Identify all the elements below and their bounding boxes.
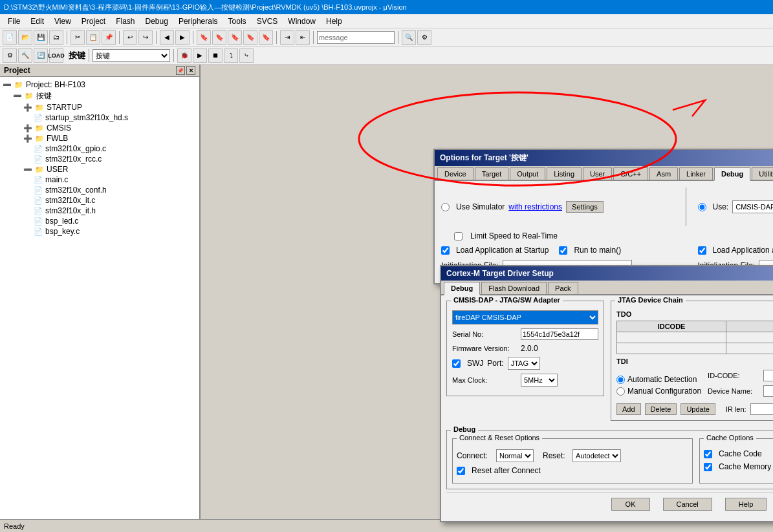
tree-item-it-c[interactable]: 📄 stm32f10x_it.c — [3, 195, 197, 206]
tree-item-startup-file[interactable]: 📄 startup_stm32f10x_hd.s — [3, 112, 197, 123]
id-code-input[interactable] — [763, 370, 773, 381]
tab-asm[interactable]: Asm — [649, 167, 678, 180]
undo-btn[interactable]: ↩ — [123, 30, 137, 45]
delete-btn[interactable]: Delete — [645, 403, 677, 415]
use-simulator-radio[interactable] — [441, 203, 450, 211]
nav-fwd-btn[interactable]: ▶ — [175, 30, 190, 45]
tree-item-it-h[interactable]: 📄 stm32f10x_it.h — [3, 206, 197, 216]
auto-detection-radio[interactable] — [616, 376, 625, 384]
cortex-tab-pack[interactable]: Pack — [548, 282, 578, 294]
add-btn[interactable]: Add — [616, 403, 641, 415]
ok-btn[interactable]: OK — [611, 498, 650, 511]
cache-code-check[interactable] — [704, 450, 712, 458]
menu-edit[interactable]: Edit — [25, 16, 49, 27]
cancel-btn[interactable]: Cancel — [663, 498, 712, 511]
with-restrictions-link[interactable]: with restrictions — [508, 202, 562, 211]
debug-btn[interactable]: 🐞 — [177, 48, 191, 63]
bookmark5-btn[interactable]: 🔖 — [259, 30, 273, 45]
cortex-tab-flash[interactable]: Flash Download — [481, 282, 547, 294]
tab-linker[interactable]: Linker — [679, 167, 713, 180]
tree-item-user[interactable]: ➖📁 USER — [3, 164, 197, 175]
unindent-btn[interactable]: ⇤ — [296, 30, 310, 45]
search-btn[interactable]: 🔍 — [402, 30, 416, 45]
tab-output[interactable]: Output — [510, 167, 545, 180]
tab-listing[interactable]: Listing — [547, 167, 582, 180]
tree-item-jianpan[interactable]: ➖📁 按键 — [3, 90, 197, 102]
cache-memory-check[interactable] — [704, 463, 712, 471]
paste-btn[interactable]: 📌 — [102, 30, 116, 45]
limit-speed-check[interactable] — [454, 232, 463, 240]
load-btn[interactable]: LOAD — [49, 48, 63, 63]
tree-item-bsp-key[interactable]: 📄 bsp_key.c — [3, 226, 197, 237]
debugger-select[interactable]: CMSIS-DAP Debugger — [732, 200, 773, 213]
tree-item-project[interactable]: ➖📁 Project: BH-F103 — [3, 80, 197, 90]
panel-pin-btn[interactable]: 📌 — [176, 66, 185, 75]
message-input[interactable] — [317, 31, 395, 44]
bookmark3-btn[interactable]: 🔖 — [228, 30, 242, 45]
right-load-app-check[interactable] — [698, 246, 706, 255]
menu-svcs[interactable]: SVCS — [252, 16, 283, 27]
compile-btn[interactable]: ⚙ — [3, 48, 17, 63]
bookmark2-btn[interactable]: 🔖 — [212, 30, 226, 45]
tree-item-main[interactable]: 📄 main.c — [3, 175, 197, 185]
menu-window[interactable]: Window — [283, 16, 321, 27]
tab-device[interactable]: Device — [437, 167, 474, 180]
tree-item-startup[interactable]: ➕📁 STARTUP — [3, 102, 197, 112]
tree-item-rcc[interactable]: 📄 stm32f10x_rcc.c — [3, 154, 197, 164]
new-file-btn[interactable]: 📄 — [3, 30, 17, 45]
menu-debug[interactable]: Debug — [140, 16, 173, 27]
rebuild-btn[interactable]: 🔄 — [34, 48, 48, 63]
menu-peripherals[interactable]: Peripherals — [173, 16, 223, 27]
bookmark4-btn[interactable]: 🔖 — [243, 30, 257, 45]
reset-select[interactable]: Autodetect — [572, 449, 621, 462]
tab-debug[interactable]: Debug — [714, 167, 750, 181]
step-over-btn[interactable]: ⤷ — [239, 48, 254, 63]
run-btn[interactable]: ▶ — [193, 48, 207, 63]
sim-settings-btn[interactable]: Settings — [566, 201, 604, 213]
target-select[interactable]: 按键 — [93, 49, 170, 62]
open-btn[interactable]: 📂 — [18, 30, 32, 45]
menu-flash[interactable]: Flash — [111, 16, 140, 27]
manual-config-radio[interactable] — [616, 387, 625, 396]
tree-item-gpio[interactable]: 📄 stm32f10x_gpio.c — [3, 144, 197, 154]
bookmark1-btn[interactable]: 🔖 — [197, 30, 211, 45]
max-clock-select[interactable]: 5MHz 1MHz 2MHz 10MHz — [521, 374, 558, 387]
tree-item-fwlb[interactable]: ➕📁 FWLB — [3, 133, 197, 144]
device-name-input[interactable] — [763, 385, 773, 397]
stop-btn[interactable]: ⏹ — [208, 48, 223, 63]
menu-view[interactable]: View — [49, 16, 76, 27]
port-select[interactable]: JTAG SW — [508, 357, 540, 370]
copy-btn[interactable]: 📋 — [86, 30, 100, 45]
left-run-main-check[interactable] — [559, 246, 567, 255]
tab-user[interactable]: User — [583, 167, 612, 180]
tab-cpp[interactable]: C/C++ — [613, 167, 648, 180]
menu-help[interactable]: Help — [321, 16, 347, 27]
tab-target[interactable]: Target — [475, 167, 509, 180]
left-load-app-check[interactable] — [441, 246, 450, 255]
tree-item-conf[interactable]: 📄 stm32f10x_conf.h — [3, 185, 197, 195]
connect-select[interactable]: Normal — [496, 449, 534, 462]
reset-after-connect-check[interactable] — [457, 467, 465, 475]
step-btn[interactable]: ⤵ — [224, 48, 238, 63]
settings-btn[interactable]: ⚙ — [417, 30, 431, 45]
update-btn[interactable]: Update — [680, 403, 715, 415]
cortex-tab-debug[interactable]: Debug — [444, 282, 480, 295]
tree-item-bsp-led[interactable]: 📄 bsp_led.c — [3, 216, 197, 226]
menu-file[interactable]: File — [3, 16, 25, 27]
tree-item-cmsis[interactable]: ➕📁 CMSIS — [3, 123, 197, 133]
menu-project[interactable]: Project — [76, 16, 111, 27]
serial-no-input[interactable] — [521, 328, 598, 340]
tab-utilities[interactable]: Utilities — [752, 167, 773, 180]
ir-len-input[interactable] — [750, 403, 773, 415]
help-btn[interactable]: Help — [725, 498, 767, 511]
menu-tools[interactable]: Tools — [223, 16, 252, 27]
adapter-select[interactable]: fireDAP CMSIS-DAP — [452, 310, 598, 325]
cut-btn[interactable]: ✂ — [71, 30, 85, 45]
nav-back-btn[interactable]: ◀ — [160, 30, 174, 45]
indent-btn[interactable]: ⇥ — [280, 30, 294, 45]
build-btn[interactable]: 🔨 — [18, 48, 32, 63]
panel-close-btn[interactable]: ✕ — [186, 66, 195, 75]
redo-btn[interactable]: ↪ — [138, 30, 153, 45]
use-debugger-radio[interactable] — [698, 203, 706, 211]
save-btn[interactable]: 💾 — [34, 30, 48, 45]
